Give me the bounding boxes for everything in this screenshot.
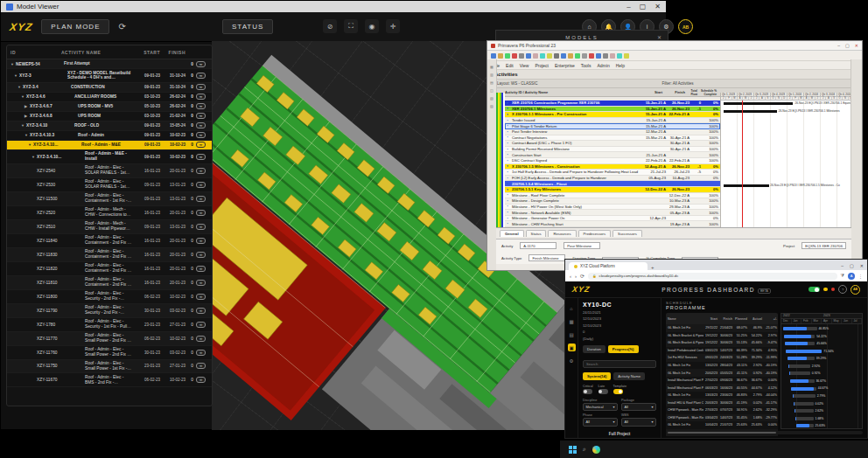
orbit-icon[interactable]: ✛ — [386, 19, 400, 33]
schedule-row[interactable]: CHW Pipework - Main Riser - Pri27/03/230… — [666, 406, 778, 414]
schedule-row[interactable]: GL Mech 1st Fix10/04/2321/07/2325.63%25.… — [666, 421, 778, 429]
live-toggle[interactable] — [808, 287, 820, 293]
activity-type-field[interactable]: Finish Milestone — [528, 254, 565, 261]
p6-row[interactable]: ▪1st Half Early Access - Demob and Prepa… — [505, 170, 720, 176]
dropdown-wbs[interactable]: WBSAll▾ — [621, 413, 656, 427]
p6-row[interactable]: ▪Post Tender Interview12-Mar-21 A100% — [505, 129, 720, 135]
toolbar-icon[interactable] — [512, 53, 517, 59]
toggle-switch[interactable] — [583, 389, 592, 394]
activity-row[interactable]: XZY-11500Roof - Admin - Elec - Containme… — [7, 192, 212, 206]
p6-row[interactable]: ▪Milestone - Network Available (ESN)05-A… — [505, 210, 720, 216]
p6-row[interactable]: ▪Pilot Stage 6 Tender Return15-Mar-21 A1… — [505, 123, 720, 129]
activity-row[interactable]: XZY-2530Roof - Admin - Elec - SOLAR PANE… — [7, 178, 212, 192]
p6-row[interactable]: ▪DSC Contract Signed22-Feb-21 A22-Feb-21… — [505, 158, 720, 164]
link-icon[interactable]: ∞ — [196, 132, 205, 138]
menu-tools[interactable]: Tools — [581, 63, 592, 68]
link-icon[interactable]: ∞ — [196, 363, 205, 369]
p6-row[interactable]: ▪Construction Start21-Jun-21 A100% — [505, 152, 720, 158]
link-icon[interactable]: ∞ — [196, 142, 205, 148]
hide-model-icon[interactable]: ⊘ — [323, 19, 337, 33]
link-icon[interactable]: ∞ — [196, 350, 205, 356]
activity-id-field[interactable]: A-1170 — [520, 242, 556, 249]
activity-row[interactable]: XZY-1780Roof - Admin - Elec - Security -… — [7, 318, 212, 332]
dropdown-value[interactable]: All▾ — [621, 418, 656, 427]
dropdown-discipline[interactable]: DisciplineMechanical▾ — [583, 399, 618, 412]
toggle-template[interactable]: Template — [613, 385, 626, 394]
activity-name-field[interactable]: Pour Milestone — [564, 242, 600, 249]
schedule-row[interactable]: Install Mechanical Plant Phase 206/03/23… — [666, 384, 778, 392]
link-icon[interactable]: ∞ — [196, 210, 205, 216]
activity-row[interactable]: ▼XYZ-3XYZ - DEMO MODEL Baseibuild Schedu… — [7, 69, 212, 83]
schedule-row[interactable]: 1st Fix HIU/ Services09/01/2324/03/2351.… — [666, 354, 778, 362]
activity-row[interactable]: ▶XYZ-3.4.6.7UPS ROOM - MV505-10-2326-02-… — [7, 102, 212, 112]
detail-tab-resources[interactable]: Resources — [548, 230, 576, 237]
p6-row[interactable]: ▪Milestone - HV Power On (West Side Only… — [505, 205, 720, 211]
browser-icon[interactable] — [592, 446, 600, 454]
link-icon[interactable]: ∞ — [196, 377, 205, 383]
activity-row[interactable]: XZY-11810Roof - Admin - Elec - Containme… — [7, 276, 212, 290]
minimize-button[interactable]: – — [841, 263, 844, 268]
schedule-row[interactable]: GL Mech Bracket & Pipework Dist19/12/223… — [666, 332, 778, 340]
toolbar-icon[interactable] — [498, 53, 503, 59]
schedule-row[interactable]: GL Mech Bracket & Pipework Dist19/12/223… — [666, 339, 778, 347]
activity-row[interactable]: XZY-11840Roof - Admin - Elec - Containme… — [7, 234, 212, 248]
fit-view-icon[interactable]: ⛶ — [344, 19, 358, 33]
toolbar-icon[interactable] — [624, 53, 629, 59]
activity-row[interactable]: XZY-11760Roof - Admin - Elec - Small Pow… — [7, 346, 212, 360]
p6-gantt-chart[interactable]: Qtr 1, 2023Qtr 2, 2023Qtr 3, 2023Qtr 4, … — [720, 93, 854, 228]
full-project-label[interactable]: Full Project — [583, 432, 656, 436]
toolbar-icon[interactable] — [589, 53, 594, 59]
p6-right-toolbar[interactable] — [850, 59, 862, 270]
link-icon[interactable]: ∞ — [196, 103, 205, 109]
p6-filter-label[interactable]: Filter: All Activities — [657, 81, 699, 86]
close-button[interactable]: ✕ — [860, 263, 864, 268]
search-input[interactable] — [583, 360, 656, 368]
plan-mode-button[interactable]: PLAN MODE — [41, 19, 109, 34]
p6-titlebar[interactable]: Primavera P6 Professional 23 – ▢ ✕ — [487, 41, 862, 51]
activity-row[interactable]: ▼XYZ-3.4.6ANCILLIARY ROOMS03-10-2326-02-… — [7, 93, 212, 102]
home-icon[interactable]: ⌂ — [568, 304, 576, 312]
toolbar-icon[interactable] — [540, 53, 545, 59]
maximize-button[interactable]: ▢ — [850, 263, 854, 268]
detail-tab-predecessors[interactable]: Predecessors — [578, 230, 612, 237]
p6-row[interactable]: ▾230706.1.5.4 Milestones - Fitout — [505, 181, 720, 187]
link-icon[interactable]: ∞ — [196, 182, 205, 188]
link-icon[interactable]: ∞ — [196, 94, 205, 100]
detail-tab-status[interactable]: Status — [526, 230, 547, 237]
toolbar-icon[interactable] — [491, 53, 496, 59]
p6-row[interactable]: ▪FOH (L2) Early Access - Demob and Prepa… — [505, 176, 720, 182]
activity-row[interactable]: XZY-2540Roof - Admin - Elec - SOLAR PANE… — [7, 164, 212, 178]
address-bar[interactable]: 🔒 cloudxyzreality.com/progress-dashboard… — [588, 273, 837, 280]
toggle-switch[interactable] — [613, 389, 623, 394]
activity-row[interactable]: ▼XYZ-3.4CONSTRUCTION09-01-2331-10-240∞ — [7, 83, 212, 93]
toolbar-icon[interactable] — [505, 53, 510, 59]
forward-icon[interactable]: › — [575, 274, 577, 279]
p6-toolbar-icons[interactable] — [487, 51, 862, 61]
toolbar-icon[interactable] — [617, 53, 622, 59]
notifications-icon[interactable] — [823, 288, 828, 292]
menu-edit[interactable]: Edit — [506, 63, 514, 68]
visibility-icon[interactable]: ◉ — [365, 19, 379, 33]
activity-row[interactable]: ▼XYZ-3.4.10.3Roof - Admin09-01-2310-02-2… — [7, 131, 212, 141]
activity-row[interactable]: XZY-11770Roof - Admin - Elec - Small Pow… — [7, 332, 212, 346]
search-icon[interactable]: ⌕ — [583, 446, 586, 453]
settings-icon[interactable]: ⚙ — [568, 357, 576, 364]
schedule-row[interactable]: GL Mech 1st Fix20/02/2305/05/2341.11%0.9… — [666, 369, 778, 377]
p6-row[interactable]: ▾X 230706.1.1 Milestones - Pre Construct… — [505, 112, 720, 118]
model-viewer-titlebar[interactable]: Model Viewer – ▢ ✕ — [1, 1, 666, 12]
extensions-icon[interactable]: ⧩ — [841, 273, 844, 279]
link-icon[interactable]: ∞ — [196, 73, 205, 79]
activity-row[interactable]: ▼XYZ-3.4.10...Roof - Admin - M&E09-01-23… — [7, 141, 212, 150]
link-icon[interactable]: ∞ — [196, 294, 205, 300]
activity-row[interactable]: XZY-2520Roof - Admin - Mech - CHW - Conn… — [7, 206, 212, 220]
refresh-icon[interactable]: ⟳ — [580, 273, 584, 279]
p6-row[interactable]: ▪Contract Award (DSC + Phase 1 FO)30-Apr… — [505, 141, 720, 147]
p6-row[interactable]: ▾XER 230706 Construction Programme XER 2… — [505, 101, 720, 107]
minimize-button[interactable]: – — [626, 3, 630, 10]
menu-help[interactable]: Help — [616, 63, 625, 68]
profile-avatar[interactable]: A — [848, 273, 855, 280]
link-icon[interactable]: ∞ — [196, 122, 205, 128]
schedule-row[interactable]: GL Mech 1st Fix13/02/2328/04/2343.11%2.9… — [666, 362, 778, 370]
link-icon[interactable]: ∞ — [196, 84, 205, 90]
activity-row[interactable]: XZY-11750Roof - Admin - Elec - Small Pow… — [7, 360, 212, 374]
